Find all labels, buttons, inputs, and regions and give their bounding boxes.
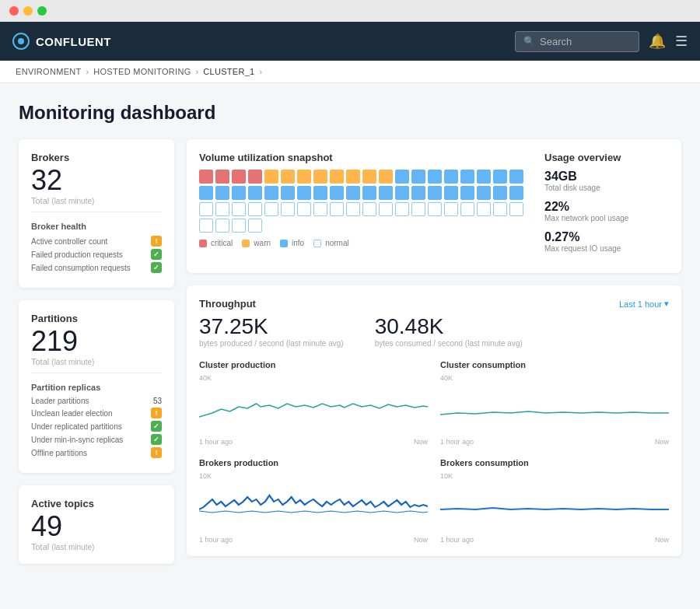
vol-square-normal [428, 202, 442, 216]
vol-square-warn [330, 170, 344, 184]
vol-square-info [444, 186, 458, 200]
vol-square-normal [264, 202, 278, 216]
brokers-subtitle: Total (last minute) [31, 196, 162, 205]
partitions-sublabel: (last minute) [51, 358, 94, 366]
vol-square-info [493, 170, 507, 184]
cluster-production-xlabels: 1 hour ago Now [199, 438, 428, 446]
replica-label-1: Leader partitions [31, 397, 89, 405]
volume-legend: critical warn info [199, 239, 526, 247]
health-label-2: Failed production requests [31, 250, 123, 259]
usage-network-label: Max network pool usage [544, 214, 669, 222]
replica-row-1: Leader partitions 53 [31, 397, 162, 405]
vol-square-info [477, 170, 491, 184]
breadcrumb-cluster[interactable]: CLUSTER_1 [203, 67, 254, 76]
breadcrumb-environment[interactable]: ENVIRONMENT [16, 67, 82, 76]
cluster-production-chart: Cluster production 40K 1 hour ago Now [199, 360, 428, 446]
produced-label: bytes produced / second (last minute avg… [199, 339, 344, 348]
cluster-production-area: 40K [199, 374, 428, 436]
breadcrumb-sep-3: › [260, 67, 263, 76]
brokers-consumption-chart: Brokers consumption 10K 1 hour ago Now [440, 458, 669, 544]
brokers-sublabel: (last minute) [51, 197, 94, 205]
legend-info-dot [280, 240, 288, 247]
vol-square-info [493, 186, 507, 200]
cluster-production-title: Cluster production [199, 360, 428, 369]
brokers-label: Total [31, 196, 49, 205]
replica-label-4: Under min-in-sync replicas [31, 436, 123, 444]
brokers-production-svg [199, 472, 428, 527]
vol-square-info [297, 186, 311, 200]
search-icon: 🔍 [523, 36, 535, 47]
cluster-production-ylabel: 40K [199, 374, 212, 382]
vol-square-normal [477, 202, 491, 216]
brokers-production-ylabel: 10K [199, 472, 212, 480]
usage-io-value: 0.27% [544, 230, 669, 244]
vol-square-normal [395, 202, 409, 216]
close-button[interactable] [9, 6, 19, 16]
time-selector[interactable]: Last 1 hour ▾ [619, 299, 669, 309]
vol-square-info [232, 186, 246, 200]
chevron-down-icon: ▾ [664, 299, 669, 309]
vol-square-normal [215, 202, 229, 216]
nav-right: 🔍 🔔 ☰ [515, 31, 688, 52]
cluster-consumption-ylabel: 40K [440, 374, 453, 382]
vol-square-normal [199, 202, 213, 216]
minimize-button[interactable] [23, 6, 33, 16]
vol-square-normal [248, 219, 262, 233]
active-topics-label: Total [31, 542, 49, 551]
consumed-label: bytes consumed / second (last minute avg… [375, 339, 523, 348]
partitions-subtitle: Total (last minute) [31, 357, 162, 366]
usage-disk-label: Total disk usage [544, 184, 669, 192]
vol-square-normal [509, 202, 523, 216]
health-row-1: Active controller count ! [31, 236, 162, 247]
consumed-metric: 30.48K bytes consumed / second (last min… [375, 316, 523, 348]
charts-grid: Cluster production 40K 1 hour ago Now [199, 360, 669, 544]
vol-square-info [313, 186, 327, 200]
volume-grid [199, 170, 526, 233]
window-titlebar [0, 0, 700, 22]
legend-critical: critical [199, 239, 233, 247]
replica-label-5: Offline partitions [31, 449, 87, 457]
vol-square-info [281, 186, 295, 200]
replica-badge-3: ✓ [151, 421, 162, 432]
menu-icon[interactable]: ☰ [675, 33, 688, 50]
brokers-consumption-xstart: 1 hour ago [440, 536, 474, 544]
brokers-consumption-area: 10K [440, 472, 669, 534]
brokers-production-area: 10K [199, 472, 428, 534]
active-topics-sublabel: (last minute) [51, 543, 94, 551]
replica-row-5: Offline partitions ! [31, 447, 162, 458]
volume-title: Volume utilization snapshot [199, 152, 526, 163]
brokers-count: 32 [31, 166, 162, 194]
vol-square-critical [248, 170, 262, 184]
cluster-consumption-svg [440, 374, 669, 429]
cluster-consumption-chart: Cluster consumption 40K 1 hour ago Now [440, 360, 669, 446]
vol-square-critical [232, 170, 246, 184]
replica-row-2: Unclean leader election ! [31, 408, 162, 418]
vol-square-normal [281, 202, 295, 216]
search-input[interactable] [540, 36, 631, 47]
vol-square-info [411, 170, 425, 184]
dashboard-grid: Brokers 32 Total (last minute) Broker he… [19, 139, 681, 564]
health-row-3: Failed consumption requests ✓ [31, 262, 162, 273]
app-window: CONFLUENT 🔍 🔔 ☰ ENVIRONMENT › HOSTED MON… [0, 0, 700, 609]
active-topics-count: 49 [31, 513, 162, 541]
breadcrumb-hosted[interactable]: HOSTED MONITORING [93, 67, 191, 76]
logo-inner [18, 38, 24, 44]
legend-normal: normal [313, 239, 349, 247]
time-selector-label: Last 1 hour [619, 299, 662, 309]
vol-square-info [362, 186, 376, 200]
search-box[interactable]: 🔍 [515, 31, 639, 52]
produced-value: 37.25K [199, 316, 344, 338]
replica-label-2: Unclean leader election [31, 409, 113, 418]
throughput-header: Throughput Last 1 hour ▾ [199, 298, 669, 310]
maximize-button[interactable] [37, 6, 47, 16]
top-navigation: CONFLUENT 🔍 🔔 ☰ [0, 22, 700, 61]
brokers-production-xend: Now [414, 536, 428, 544]
notification-icon[interactable]: 🔔 [649, 33, 666, 50]
partitions-label: Total [31, 357, 49, 366]
vol-square-warn [379, 170, 393, 184]
logo-icon [12, 33, 30, 50]
vol-square-normal [232, 202, 246, 216]
health-badge-1: ! [151, 236, 162, 247]
health-badge-2: ✓ [151, 249, 162, 260]
brokers-consumption-title: Brokers consumption [440, 458, 669, 467]
